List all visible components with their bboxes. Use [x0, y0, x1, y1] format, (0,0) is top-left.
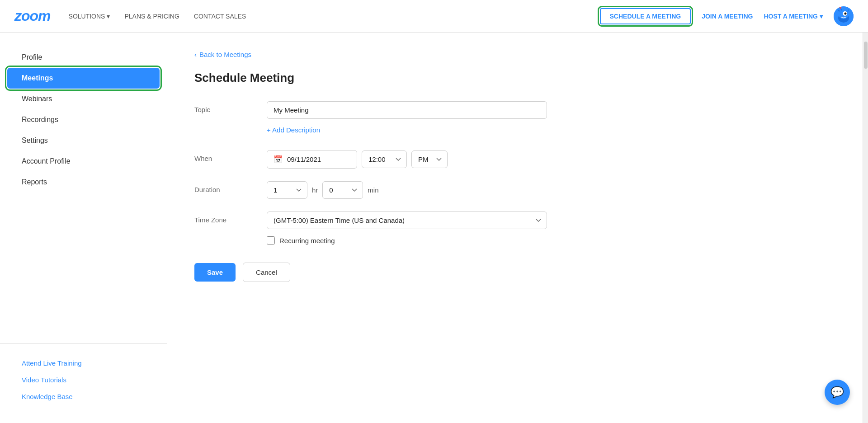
- nav-plans-pricing[interactable]: PLANS & PRICING: [124, 13, 179, 20]
- timezone-select[interactable]: (GMT-5:00) Eastern Time (US and Canada) …: [267, 212, 547, 229]
- nav-contact-sales[interactable]: CONTACT SALES: [194, 13, 246, 20]
- sidebar-nav: Profile Meetings Webinars Recordings Set…: [0, 47, 167, 336]
- recurring-label[interactable]: Recurring meeting: [279, 237, 335, 244]
- zoom-logo: zoom: [14, 8, 51, 24]
- sidebar: Profile Meetings Webinars Recordings Set…: [0, 33, 167, 423]
- time-select[interactable]: 12:00 12:30 1:00 1:30: [362, 150, 407, 168]
- duration-controls: 0 1 2 3 hr 0 15 30 45 min: [267, 181, 583, 199]
- sidebar-item-meetings[interactable]: Meetings: [7, 68, 160, 89]
- avatar[interactable]: [834, 6, 854, 26]
- recurring-row: Recurring meeting: [267, 236, 583, 244]
- date-input[interactable]: 📅 09/11/2021: [267, 150, 357, 169]
- topic-controls: + Add Description: [267, 101, 583, 137]
- sidebar-item-knowledge-base[interactable]: Knowledge Base: [0, 388, 167, 405]
- scrollbar[interactable]: [863, 33, 868, 423]
- when-label: When: [194, 150, 267, 162]
- recurring-checkbox[interactable]: [267, 236, 275, 244]
- when-controls: 📅 09/11/2021 12:00 12:30 1:00 1:30 AM PM: [267, 150, 583, 169]
- main-nav: SOLUTIONS ▾ PLANS & PRICING CONTACT SALE…: [69, 13, 600, 20]
- min-label: min: [368, 186, 378, 194]
- timezone-controls: (GMT-5:00) Eastern Time (US and Canada) …: [267, 212, 583, 244]
- header-actions: SCHEDULE A MEETING JOIN A MEETING HOST A…: [600, 6, 854, 26]
- svg-point-6: [840, 7, 841, 9]
- sidebar-footer: Attend Live Training Video Tutorials Kno…: [0, 343, 167, 409]
- sidebar-item-video-tutorials[interactable]: Video Tutorials: [0, 371, 167, 388]
- duration-min-select[interactable]: 0 15 30 45: [322, 181, 363, 199]
- save-button[interactable]: Save: [194, 263, 236, 282]
- topic-input[interactable]: [267, 101, 547, 119]
- chat-fab-button[interactable]: 💬: [825, 380, 850, 405]
- ampm-select[interactable]: AM PM: [411, 150, 448, 168]
- main-content: ‹ Back to Meetings Schedule Meeting Topi…: [167, 33, 863, 423]
- sidebar-item-attend-live-training[interactable]: Attend Live Training: [0, 355, 167, 371]
- sidebar-item-account-profile[interactable]: Account Profile: [0, 151, 167, 172]
- calendar-icon: 📅: [274, 155, 283, 164]
- date-value: 09/11/2021: [287, 155, 321, 163]
- header: zoom SOLUTIONS ▾ PLANS & PRICING CONTACT…: [0, 0, 868, 33]
- schedule-meeting-button[interactable]: SCHEDULE A MEETING: [600, 8, 691, 24]
- when-inputs: 📅 09/11/2021 12:00 12:30 1:00 1:30 AM PM: [267, 150, 583, 169]
- nav-solutions[interactable]: SOLUTIONS ▾: [69, 13, 110, 20]
- duration-hr-select[interactable]: 0 1 2 3: [267, 181, 307, 199]
- page-layout: Profile Meetings Webinars Recordings Set…: [0, 33, 868, 423]
- topic-row: Topic + Add Description: [194, 101, 835, 137]
- sidebar-item-reports[interactable]: Reports: [0, 172, 167, 193]
- duration-label: Duration: [194, 181, 267, 193]
- form-actions: Save Cancel: [194, 263, 835, 282]
- chevron-down-icon: ▾: [107, 13, 110, 20]
- chevron-left-icon: ‹: [194, 51, 197, 58]
- page-title: Schedule Meeting: [194, 71, 835, 85]
- duration-inputs: 0 1 2 3 hr 0 15 30 45 min: [267, 181, 583, 199]
- sidebar-item-settings[interactable]: Settings: [0, 130, 167, 151]
- sidebar-item-webinars[interactable]: Webinars: [0, 89, 167, 109]
- timezone-label: Time Zone: [194, 212, 267, 224]
- when-row: When 📅 09/11/2021 12:00 12:30 1:00 1:30 …: [194, 150, 835, 169]
- add-description-button[interactable]: + Add Description: [267, 122, 320, 137]
- duration-row: Duration 0 1 2 3 hr 0 15 30 45: [194, 181, 835, 199]
- hr-label: hr: [312, 186, 318, 194]
- back-to-meetings-link[interactable]: ‹ Back to Meetings: [194, 51, 835, 58]
- scroll-thumb[interactable]: [864, 42, 868, 69]
- svg-point-4: [844, 12, 847, 14]
- timezone-row: Time Zone (GMT-5:00) Eastern Time (US an…: [194, 212, 835, 244]
- chevron-down-icon: ▾: [820, 13, 823, 20]
- sidebar-item-recordings[interactable]: Recordings: [0, 109, 167, 130]
- host-meeting-button[interactable]: HOST A MEETING ▾: [764, 13, 823, 20]
- topic-label: Topic: [194, 101, 267, 113]
- sidebar-item-profile[interactable]: Profile: [0, 47, 167, 68]
- cancel-button[interactable]: Cancel: [243, 263, 290, 282]
- chat-icon: 💬: [830, 386, 844, 399]
- join-meeting-button[interactable]: JOIN A MEETING: [702, 9, 753, 24]
